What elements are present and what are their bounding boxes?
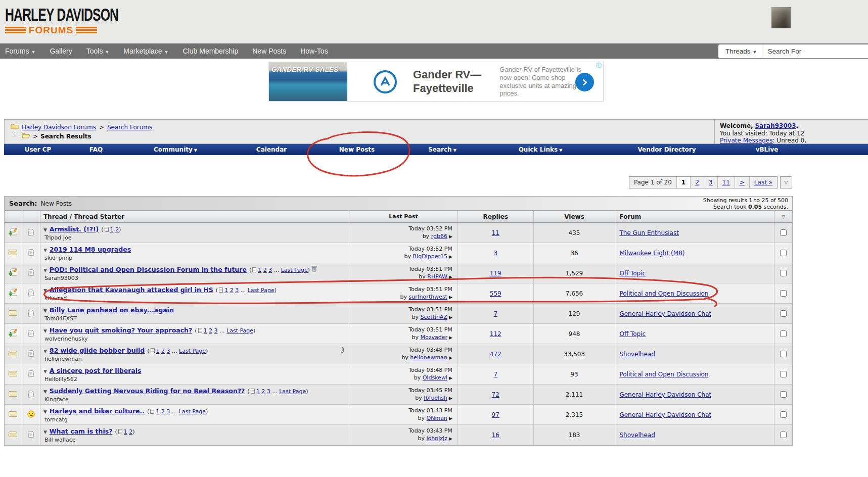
new-posts-folder-icon[interactable] xyxy=(9,268,18,278)
nav-gallery[interactable]: Gallery xyxy=(50,47,72,55)
ad-info-icon[interactable]: ⓘ xyxy=(596,63,602,68)
pagination-dropdown-icon[interactable]: ▽ xyxy=(780,176,792,188)
pagination-page-link[interactable]: 2 xyxy=(690,177,704,188)
forum-nav-faq[interactable]: FAQ xyxy=(89,146,103,153)
search-mode-dropdown[interactable]: Threads▼ xyxy=(718,47,762,55)
collapse-arrow-icon[interactable]: ▼ xyxy=(43,409,47,414)
header-forum[interactable]: Forum xyxy=(615,211,774,222)
trash-icon[interactable] xyxy=(311,266,317,273)
ad-banner[interactable]: GANDER RV SALES Gander RV— Fayetteville … xyxy=(268,62,604,102)
replies-link[interactable]: 472 xyxy=(490,351,501,358)
breadcrumb-search-forums-link[interactable]: Search Forums xyxy=(107,124,152,131)
page-number-link[interactable]: 1 xyxy=(224,287,228,294)
collapse-arrow-icon[interactable]: ▼ xyxy=(43,268,47,273)
select-thread-checkbox[interactable] xyxy=(780,351,787,357)
replies-link[interactable]: 7 xyxy=(493,371,497,378)
page-number-link[interactable]: 2 xyxy=(129,428,132,435)
page-number-link[interactable]: 1 xyxy=(124,428,127,435)
forum-link[interactable]: The Gun Enthusiast xyxy=(619,229,678,236)
select-thread-checkbox[interactable] xyxy=(780,290,787,297)
select-thread-checkbox[interactable] xyxy=(780,250,787,256)
new-posts-folder-icon[interactable] xyxy=(9,228,18,237)
goto-last-post-icon[interactable]: ▶ xyxy=(449,295,452,300)
last-post-user-link[interactable]: surfnorthwest xyxy=(409,294,447,300)
page-number-link[interactable]: 2 xyxy=(209,327,212,334)
last-post-user-link[interactable]: RHPAW xyxy=(427,273,447,280)
page-number-link[interactable]: 3 xyxy=(268,267,272,273)
pagination-page-link[interactable]: 3 xyxy=(704,177,717,188)
private-messages-link[interactable]: Private Messages xyxy=(720,137,773,144)
replies-link[interactable]: 97 xyxy=(492,411,499,418)
collapse-arrow-icon[interactable]: ▼ xyxy=(43,308,47,313)
thread-title-link[interactable]: What cam is this? xyxy=(50,427,113,435)
collapse-arrow-icon[interactable]: ▼ xyxy=(43,430,47,435)
collapse-arrow-icon[interactable]: ▼ xyxy=(43,227,47,232)
last-page-link[interactable]: Last Page xyxy=(226,327,253,334)
page-number-link[interactable]: 2 xyxy=(263,267,267,273)
forum-link[interactable]: Shovelhead xyxy=(619,351,655,358)
replies-link[interactable]: 72 xyxy=(492,391,499,398)
replies-link[interactable]: 7 xyxy=(493,310,497,317)
forum-link[interactable]: Off Topic xyxy=(619,330,646,338)
user-avatar[interactable] xyxy=(771,7,791,28)
header-last-post[interactable]: Last Post xyxy=(349,211,458,222)
forum-nav-community[interactable]: Community▼ xyxy=(154,146,197,153)
last-post-user-link[interactable]: Mozvader xyxy=(420,334,447,341)
collapse-arrow-icon[interactable]: ▼ xyxy=(43,328,47,333)
last-post-user-link[interactable]: BigDipper15 xyxy=(413,253,447,260)
last-page-link[interactable]: Last Page xyxy=(179,348,206,354)
replies-link[interactable]: 119 xyxy=(490,270,501,277)
forum-link[interactable]: Political and Open Discussion xyxy=(619,290,708,297)
forum-link[interactable]: Political and Open Discussion xyxy=(619,371,708,378)
pagination-last-link[interactable]: Last » xyxy=(749,177,777,188)
nav-tools[interactable]: Tools▼ xyxy=(86,47,110,55)
site-logo[interactable]: HARLEY DAVIDSON FORUMS xyxy=(5,5,101,35)
goto-last-post-icon[interactable]: ▶ xyxy=(449,416,452,421)
new-posts-folder-icon[interactable] xyxy=(9,329,18,339)
header-thread[interactable]: Thread / Thread Starter xyxy=(40,211,349,222)
forum-nav-new-posts[interactable]: New Posts xyxy=(339,146,375,153)
last-page-link[interactable]: Last Page xyxy=(248,287,275,294)
nav-forums[interactable]: Forums▼ xyxy=(5,47,35,55)
page-number-link[interactable]: 2 xyxy=(161,348,165,354)
username-link[interactable]: Sarah93003 xyxy=(755,122,796,129)
thread-title-link[interactable]: Have you quit smoking? Your approach? xyxy=(50,326,192,334)
page-number-link[interactable]: 1 xyxy=(156,408,159,415)
breadcrumb-home-link[interactable]: Harley Davidson Forums xyxy=(22,124,96,131)
nav-club-membership[interactable]: Club Membership xyxy=(183,47,239,55)
page-number-link[interactable]: 3 xyxy=(267,388,270,395)
goto-last-post-icon[interactable]: ▶ xyxy=(449,274,452,279)
page-number-link[interactable]: 1 xyxy=(258,267,261,273)
goto-last-post-icon[interactable]: ▶ xyxy=(449,335,452,340)
thread-title-link[interactable]: 82 wide glide bobber build xyxy=(50,347,145,354)
forum-nav-vendor-directory[interactable]: Vendor Directory xyxy=(637,146,696,153)
goto-last-post-icon[interactable]: ▶ xyxy=(449,315,452,320)
last-page-link[interactable]: Last Page xyxy=(179,408,206,415)
forum-nav-search[interactable]: Search▼ xyxy=(428,146,456,153)
forum-nav-vblive[interactable]: vBLive xyxy=(756,146,779,153)
page-number-link[interactable]: 2 xyxy=(261,388,265,395)
forum-link[interactable]: Off Topic xyxy=(619,270,646,277)
pagination-page-link[interactable]: 11 xyxy=(717,177,735,188)
goto-last-post-icon[interactable]: ▶ xyxy=(449,355,452,360)
replies-link[interactable]: 16 xyxy=(492,432,499,439)
nav-how-tos[interactable]: How-Tos xyxy=(300,47,328,55)
collapse-arrow-icon[interactable]: ▼ xyxy=(43,349,47,354)
page-number-link[interactable]: 2 xyxy=(161,408,165,415)
forum-link[interactable]: General Harley Davidson Chat xyxy=(619,310,711,317)
forum-nav-user-cp[interactable]: User CP xyxy=(25,146,52,153)
page-number-link[interactable]: 3 xyxy=(167,348,170,354)
last-page-link[interactable]: Last Page xyxy=(281,267,308,273)
forum-link[interactable]: General Harley Davidson Chat xyxy=(619,411,711,418)
select-thread-checkbox[interactable] xyxy=(780,411,787,418)
last-post-user-link[interactable]: QNman xyxy=(427,415,447,421)
collapse-arrow-icon[interactable]: ▼ xyxy=(43,288,47,293)
last-page-link[interactable]: Last Page xyxy=(279,388,306,395)
forum-nav-calendar[interactable]: Calendar xyxy=(256,146,287,153)
thread-title-link[interactable]: 2019 114 M8 upgrades xyxy=(50,246,131,253)
forum-link[interactable]: General Harley Davidson Chat xyxy=(619,391,711,398)
last-post-user-link[interactable]: rgb66 xyxy=(431,233,447,240)
thread-title-link[interactable]: Armslist. (!?!) xyxy=(50,225,99,233)
select-thread-checkbox[interactable] xyxy=(780,432,787,438)
nav-marketplace[interactable]: Marketplace▼ xyxy=(123,47,168,55)
